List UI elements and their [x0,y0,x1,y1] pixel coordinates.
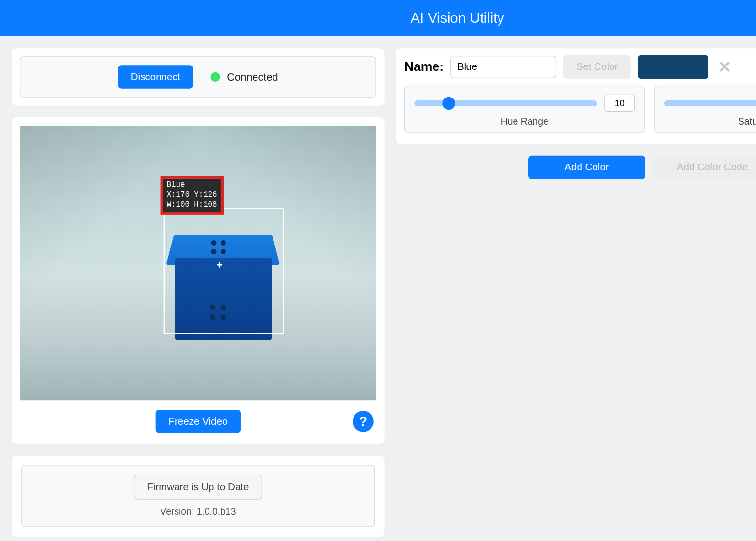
detection-label: Blue X:176 Y:126 W:100 H:108 [163,179,220,212]
saturation-range-label: Saturation Range [738,116,756,127]
status-dot-icon [210,72,220,82]
hue-range-value[interactable] [604,95,635,112]
connection-status: Connected [210,71,278,83]
firmware-version: Version: 1.0.0.b13 [160,507,236,517]
name-label: Name: [404,59,444,74]
freeze-video-button[interactable]: Freeze Video [156,410,241,433]
detection-bounding-box [164,208,284,334]
crosshair-icon: + [216,259,223,271]
add-color-code-button[interactable]: Add Color Code [654,156,756,179]
color-swatch[interactable] [638,55,708,79]
video-feed[interactable]: + Blue X:176 Y:126 W:100 H:108 [20,126,376,400]
color-name-input[interactable] [451,56,557,78]
remove-color-icon[interactable]: ✕ [715,57,734,77]
video-card: + Blue X:176 Y:126 W:100 H:108 Freeze Vi… [12,117,384,444]
help-icon[interactable]: ? [353,411,374,432]
hue-range-box: Hue Range [404,86,645,133]
saturation-range-slider[interactable] [664,100,756,106]
firmware-card: Firmware is Up to Date Version: 1.0.0.b1… [12,456,384,537]
hue-range-label: Hue Range [501,116,548,127]
color-config-card: Name: Set Color ✕ Hue Range [396,48,756,144]
set-color-button[interactable]: Set Color [563,55,631,79]
hue-range-slider[interactable] [414,100,597,106]
detection-label-highlight: Blue X:176 Y:126 W:100 H:108 [160,176,223,215]
firmware-status-button[interactable]: Firmware is Up to Date [133,475,262,500]
connection-status-label: Connected [227,71,278,83]
connection-card: Disconnect Connected [12,48,384,106]
app-title: AI Vision Utility [411,10,504,27]
disconnect-button[interactable]: Disconnect [118,65,193,88]
add-color-button[interactable]: Add Color [528,156,645,179]
titlebar: AI Vision Utility [0,0,756,36]
saturation-range-box: Saturation Range [654,86,756,133]
